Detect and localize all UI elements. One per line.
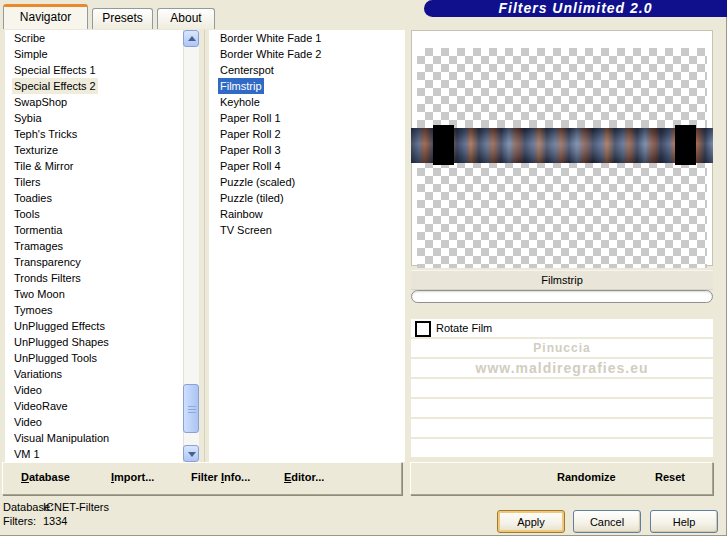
category-list-item[interactable]: VM 1 xyxy=(5,446,183,462)
list-divider xyxy=(204,30,205,462)
list-item-label: Texturize xyxy=(12,142,60,158)
tab-navigator[interactable]: Navigator xyxy=(3,4,88,29)
category-list-item[interactable]: Tilers xyxy=(5,174,183,190)
category-list-item[interactable]: Two Moon xyxy=(5,286,183,302)
category-list-item[interactable]: Toadies xyxy=(5,190,183,206)
rotate-film-checkbox[interactable] xyxy=(415,321,431,337)
filmstrip-preview-image xyxy=(411,128,713,163)
import-button[interactable]: Import... xyxy=(111,471,154,483)
filters-unlimited-dialog: Navigator Presets About Filters Unlimite… xyxy=(0,0,727,536)
filter-list-item[interactable]: Border White Fade 2 xyxy=(209,46,405,62)
reset-button[interactable]: Reset xyxy=(655,471,685,483)
list-item-label: Visual Manipulation xyxy=(12,430,111,446)
list-item-label: Teph's Tricks xyxy=(12,126,79,142)
randomize-button[interactable]: Randomize xyxy=(557,471,616,483)
filter-list-item[interactable]: Puzzle (scaled) xyxy=(209,174,405,190)
list-item-label: Paper Roll 3 xyxy=(218,142,283,158)
category-list-item[interactable]: UnPlugged Effects xyxy=(5,318,183,334)
filter-info-button[interactable]: Filter Info... xyxy=(191,471,250,483)
filmstrip-sprocket-left xyxy=(433,125,454,165)
apply-button[interactable]: Apply xyxy=(497,510,565,533)
editor-button[interactable]: Editor... xyxy=(284,471,324,483)
status-filters: Filters: 1334 xyxy=(3,515,36,527)
tab-about[interactable]: About xyxy=(157,8,215,29)
preview-area[interactable] xyxy=(411,30,713,266)
category-list-item[interactable]: Simple xyxy=(5,46,183,62)
category-list-item[interactable]: Visual Manipulation xyxy=(5,430,183,446)
list-item-label: Special Effects 2 xyxy=(12,78,98,94)
help-button[interactable]: Help xyxy=(650,510,718,533)
filter-list-item[interactable]: Filmstrip xyxy=(209,78,405,94)
list-item-label: Video xyxy=(12,414,44,430)
category-list-item[interactable]: Tramages xyxy=(5,238,183,254)
list-item-label: Filmstrip xyxy=(218,78,264,94)
list-item-label: Paper Roll 4 xyxy=(218,158,283,174)
category-list-item[interactable]: Scribe xyxy=(5,30,183,46)
rotate-film-label: Rotate Film xyxy=(436,319,492,337)
list-item-label: VideoRave xyxy=(12,398,70,414)
chevron-down-icon xyxy=(188,452,196,457)
status-database-value: ICNET-Filters xyxy=(43,501,109,513)
category-list-item[interactable]: Video xyxy=(5,414,183,430)
list-item-label: Border White Fade 2 xyxy=(218,46,324,62)
category-list-item[interactable]: UnPlugged Shapes xyxy=(5,334,183,350)
cancel-button[interactable]: Cancel xyxy=(573,510,641,533)
filmstrip-sprocket-right xyxy=(675,125,696,165)
category-list-item[interactable]: Sybia xyxy=(5,110,183,126)
database-button[interactable]: Database xyxy=(21,471,70,483)
category-list-item[interactable]: Texturize xyxy=(5,142,183,158)
category-list-item[interactable]: Variations xyxy=(5,366,183,382)
list-item-label: Variations xyxy=(12,366,64,382)
category-list[interactable]: ScribeSimpleSpecial Effects 1Special Eff… xyxy=(5,30,183,462)
tab-about-label: About xyxy=(170,11,201,25)
category-list-item[interactable]: Tools xyxy=(5,206,183,222)
filter-list-item[interactable]: Puzzle (tiled) xyxy=(209,190,405,206)
filter-list-item[interactable]: Paper Roll 1 xyxy=(209,110,405,126)
filter-list-item[interactable]: Rainbow xyxy=(209,206,405,222)
filter-list[interactable]: Border White Fade 1Border White Fade 2Ce… xyxy=(209,30,405,462)
list-item-label: Tilers xyxy=(12,174,42,190)
category-list-item[interactable]: Tymoes xyxy=(5,302,183,318)
category-list-item[interactable]: Teph's Tricks xyxy=(5,126,183,142)
category-list-item[interactable]: Special Effects 2 xyxy=(5,78,183,94)
scrollbar-grip-icon xyxy=(188,406,196,413)
list-item-label: Paper Roll 1 xyxy=(218,110,283,126)
list-item-label: Video xyxy=(12,382,44,398)
category-list-item[interactable]: VideoRave xyxy=(5,398,183,414)
category-list-item[interactable]: Special Effects 1 xyxy=(5,62,183,78)
category-list-item[interactable]: SwapShop xyxy=(5,94,183,110)
rotate-film-row[interactable]: Rotate Film xyxy=(411,319,713,337)
category-list-item[interactable]: Tile & Mirror xyxy=(5,158,183,174)
list-item-label: TV Screen xyxy=(218,222,274,238)
filter-list-item[interactable]: Centerspot xyxy=(209,62,405,78)
list-item-label: UnPlugged Shapes xyxy=(12,334,111,350)
filter-list-item[interactable]: Keyhole xyxy=(209,94,405,110)
list-item-label: Sybia xyxy=(12,110,44,126)
category-list-item[interactable]: Tormentia xyxy=(5,222,183,238)
list-item-label: UnPlugged Effects xyxy=(12,318,107,334)
category-list-scrollbar[interactable] xyxy=(183,30,199,462)
list-item-label: Tools xyxy=(12,206,42,222)
filter-list-item[interactable]: Paper Roll 4 xyxy=(209,158,405,174)
scrollbar-thumb[interactable] xyxy=(183,384,199,433)
empty-parameter-row xyxy=(411,399,713,417)
status-filters-label: Filters: xyxy=(3,515,36,527)
list-item-label: Paper Roll 2 xyxy=(218,126,283,142)
category-list-item[interactable]: UnPlugged Tools xyxy=(5,350,183,366)
scroll-up-button[interactable] xyxy=(183,30,199,47)
status-filters-value: 1334 xyxy=(43,515,67,527)
filter-list-item[interactable]: Paper Roll 2 xyxy=(209,126,405,142)
control-header: Filmstrip xyxy=(411,270,713,290)
filter-list-item[interactable]: TV Screen xyxy=(209,222,405,238)
filter-list-item[interactable]: Paper Roll 3 xyxy=(209,142,405,158)
filter-list-item[interactable]: Border White Fade 1 xyxy=(209,30,405,46)
status-database: Database: ICNET-Filters xyxy=(3,501,53,513)
tab-presets[interactable]: Presets xyxy=(92,8,153,29)
category-list-item[interactable]: Video xyxy=(5,382,183,398)
list-item-label: Rainbow xyxy=(218,206,265,222)
category-list-item[interactable]: Tronds Filters xyxy=(5,270,183,286)
category-list-item[interactable]: Transparency xyxy=(5,254,183,270)
list-item-label: Keyhole xyxy=(218,94,262,110)
filmstrip-slider[interactable] xyxy=(411,290,713,303)
scroll-down-button[interactable] xyxy=(183,445,199,462)
